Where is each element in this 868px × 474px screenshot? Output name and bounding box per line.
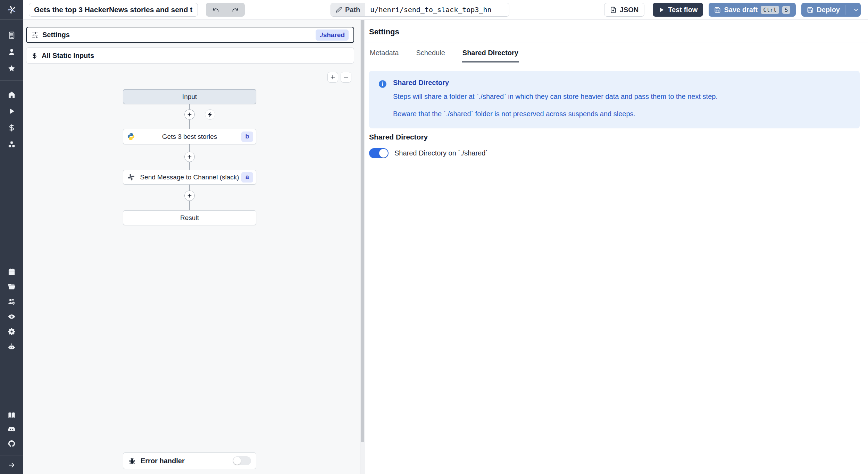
step-b-label: Gets 3 best stories — [162, 133, 217, 141]
add-step-button-2[interactable] — [184, 152, 195, 162]
plus-icon — [187, 154, 192, 160]
error-handler-label: Error handler — [141, 457, 185, 465]
undo-button[interactable] — [206, 3, 225, 17]
test-flow-button[interactable]: Test flow — [653, 3, 703, 17]
json-button[interactable]: JSON — [604, 3, 644, 17]
shared-directory-toggle-row: Shared Directory on `./shared` — [369, 148, 488, 158]
error-handler-box[interactable]: Error handler — [123, 452, 256, 469]
canvas-zoom-controls — [327, 72, 351, 83]
windmill-logo-icon — [7, 5, 17, 15]
deploy-more-button[interactable] — [849, 7, 861, 13]
sidebar-item-favorites[interactable] — [0, 60, 23, 77]
sliders-icon — [32, 32, 39, 39]
sidebar-item-audit-logs[interactable] — [0, 309, 23, 324]
tab-schedule[interactable]: Schedule — [415, 42, 445, 62]
sidebar-item-workspace[interactable] — [0, 27, 23, 43]
chevron-down-icon — [853, 7, 859, 13]
bug-icon — [128, 457, 136, 465]
flow-node-step-a[interactable]: Send Message to Channel (slack) a — [123, 170, 256, 185]
scrollbar-thumb[interactable] — [361, 20, 364, 442]
calendar-icon — [8, 268, 16, 276]
path-label: Path — [345, 6, 360, 14]
sidebar-item-groups[interactable] — [0, 294, 23, 309]
add-step-button-1[interactable] — [184, 109, 195, 120]
flow-node-step-b[interactable]: Gets 3 best stories b — [123, 129, 256, 144]
error-handler-toggle[interactable] — [233, 456, 251, 465]
test-flow-label: Test flow — [668, 6, 698, 14]
user-icon — [8, 48, 16, 56]
toggle-knob — [233, 457, 241, 465]
windmill-logo[interactable] — [0, 0, 23, 20]
sidebar-item-schedules[interactable] — [0, 264, 23, 279]
minus-icon — [343, 74, 349, 80]
add-step-button-3[interactable] — [184, 191, 195, 201]
sidebar-item-discord[interactable] — [0, 422, 23, 437]
path-label-area[interactable]: Path — [331, 3, 365, 16]
building-icon — [8, 31, 16, 39]
shared-directory-toggle[interactable] — [369, 148, 389, 158]
eye-icon — [8, 313, 16, 321]
top-bar: Path JSON Test flow Save draft Ctrl S — [23, 0, 868, 20]
redo-icon — [232, 7, 239, 13]
flow-settings-box[interactable]: Settings ./shared — [26, 27, 354, 43]
play-icon — [8, 107, 16, 115]
dollar-icon — [31, 52, 38, 59]
plus-icon — [187, 193, 192, 198]
sidebar-item-settings[interactable] — [0, 324, 23, 339]
settings-tabs: Metadata Schedule Shared Directory — [369, 42, 519, 62]
sidebar-item-variables[interactable] — [0, 119, 23, 136]
history-controls — [206, 3, 245, 17]
shared-directory-info-box: Shared Directory Steps will share a fold… — [369, 71, 860, 128]
sidebar-item-workers[interactable] — [0, 339, 23, 354]
folder-open-icon — [8, 283, 16, 291]
redo-button[interactable] — [225, 3, 245, 17]
sidebar-item-docs[interactable] — [0, 408, 23, 422]
info-line-1: Steps will share a folder at `./shared` … — [393, 93, 718, 101]
github-icon — [8, 440, 16, 448]
zoom-out-button[interactable] — [341, 72, 351, 83]
tab-shared-directory[interactable]: Shared Directory — [462, 42, 519, 62]
left-sidebar — [0, 0, 23, 474]
plus-icon — [187, 112, 192, 117]
panel-resize-scrollbar[interactable] — [360, 20, 365, 474]
sidebar-expand-button[interactable] — [0, 456, 23, 474]
plus-icon — [330, 74, 336, 80]
sidebar-item-runs[interactable] — [0, 103, 23, 119]
add-trigger-button[interactable] — [205, 109, 215, 120]
discord-icon — [8, 425, 16, 433]
sidebar-item-home[interactable] — [0, 86, 23, 103]
flow-node-input[interactable]: Input — [123, 89, 256, 104]
save-icon — [807, 7, 813, 13]
sidebar-item-github[interactable] — [0, 437, 23, 451]
deploy-split-divider — [845, 5, 845, 15]
tab-metadata[interactable]: Metadata — [369, 42, 399, 62]
step-b-badge: b — [241, 132, 253, 142]
slack-icon — [127, 173, 135, 181]
path-input[interactable] — [365, 3, 509, 16]
file-json-icon — [610, 7, 617, 13]
arrow-right-icon — [8, 461, 16, 469]
info-line-2: Beware that the `./shared` folder is not… — [393, 110, 718, 118]
top-bar-actions: JSON Test flow Save draft Ctrl S Deploy — [604, 3, 861, 17]
flow-title-input[interactable] — [29, 3, 198, 17]
flow-node-result[interactable]: Result — [123, 210, 256, 225]
json-button-label: JSON — [620, 6, 639, 14]
toggle-knob — [379, 149, 388, 158]
step-a-label: Send Message to Channel (slack) — [140, 173, 239, 181]
zoom-in-button[interactable] — [327, 72, 338, 83]
star-icon — [8, 65, 16, 73]
deploy-button[interactable]: Deploy — [801, 3, 861, 17]
info-content: Shared Directory Steps will share a fold… — [393, 79, 718, 120]
kbd-s: S — [782, 6, 791, 14]
save-draft-label: Save draft — [724, 6, 758, 14]
undo-icon — [212, 7, 219, 13]
python-icon — [127, 133, 135, 141]
sidebar-separator — [0, 80, 23, 81]
all-static-inputs-label: All Static Inputs — [42, 52, 94, 60]
all-static-inputs-box[interactable]: All Static Inputs — [26, 48, 354, 64]
sidebar-item-folders[interactable] — [0, 279, 23, 294]
sidebar-item-user[interactable] — [0, 43, 23, 60]
save-draft-button[interactable]: Save draft Ctrl S — [709, 3, 796, 17]
shared-directory-badge: ./shared — [316, 29, 349, 41]
sidebar-item-resources[interactable] — [0, 136, 23, 153]
